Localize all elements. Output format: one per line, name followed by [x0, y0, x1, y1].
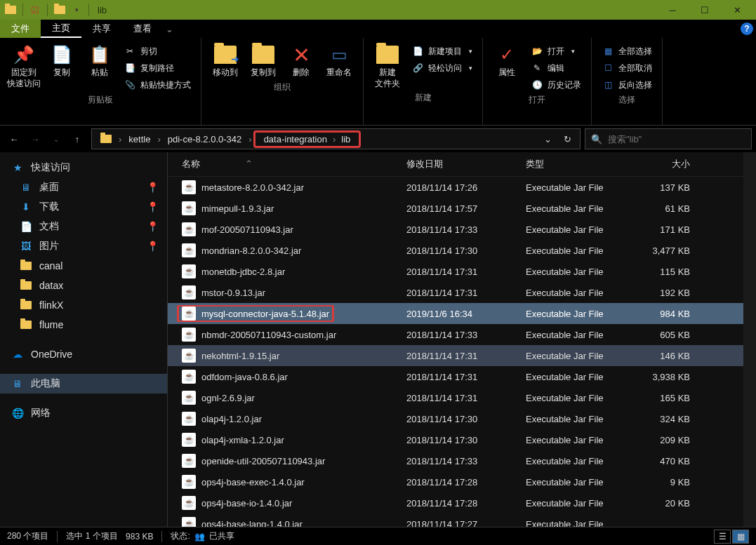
minimize-button[interactable]: ─ — [656, 0, 689, 20]
open-button[interactable]: 📂打开▾ — [526, 43, 585, 59]
file-date: 2018/11/14 17:27 — [401, 518, 520, 527]
move-to-button[interactable]: ➜移动到 — [207, 41, 244, 80]
chevron-right-icon[interactable]: › — [156, 134, 161, 144]
select-none-button[interactable]: ☐全部取消 — [597, 60, 656, 76]
status-state: 已共享 — [209, 530, 234, 542]
jar-icon — [182, 412, 196, 426]
sidebar-item[interactable]: 🖼图片📍 — [0, 236, 167, 256]
file-size — [632, 523, 696, 525]
tab-share[interactable]: 共享 — [81, 20, 122, 38]
address-dropdown[interactable]: ⌄ — [538, 129, 557, 149]
easy-access-button[interactable]: 🔗轻松访问▾ — [407, 60, 477, 76]
file-row[interactable]: nekohtml-1.9.15.jar2018/11/14 17:31Execu… — [168, 345, 743, 366]
breadcrumb[interactable]: kettle — [123, 134, 156, 144]
new-item-button[interactable]: 📄新建项目▾ — [407, 43, 477, 59]
titlebar: ☑ ▾ lib ─ ☐ ✕ — [0, 0, 756, 20]
tab-view[interactable]: 查看 — [122, 20, 163, 38]
properties-icon[interactable]: ☑ — [27, 2, 43, 18]
delete-button[interactable]: ✕删除 — [283, 41, 319, 80]
tab-home[interactable]: 主页 — [41, 20, 81, 38]
pin-to-quick-access-button[interactable]: 📌 固定到 快速访问 — [6, 41, 42, 90]
file-row[interactable]: mysql-connector-java-5.1.48.jar2019/11/6… — [168, 303, 743, 324]
invert-selection-button[interactable]: ◫反向选择 — [597, 77, 656, 93]
sidebar-item[interactable]: datax — [0, 276, 167, 295]
column-header-name[interactable]: 名称 ⌃ — [176, 156, 401, 172]
breadcrumb[interactable]: pdi-ce-8.2.0.0-342 — [162, 134, 248, 144]
cut-button[interactable]: ✂剪切 — [119, 43, 195, 59]
properties-icon: ✓ — [494, 42, 519, 67]
column-header-size[interactable]: 大小 — [632, 156, 696, 172]
file-name: olap4j-xmla-1.2.0.jar — [201, 435, 284, 445]
edit-button[interactable]: ✎编辑 — [526, 60, 585, 76]
copy-to-button[interactable]: 复制到 — [245, 41, 281, 80]
sidebar-network[interactable]: 🌐网络 — [0, 403, 167, 423]
select-all-button[interactable]: ▦全部选择 — [597, 43, 656, 59]
file-row[interactable]: ops4j-base-lang-1.4.0.jar2018/11/14 17:2… — [168, 513, 743, 527]
back-button[interactable]: ← — [4, 129, 24, 149]
file-row[interactable]: metastore-8.2.0.0-342.jar2018/11/14 17:2… — [168, 177, 743, 198]
rename-button[interactable]: ▭重命名 — [321, 41, 357, 80]
breadcrumb[interactable]: lib — [337, 134, 354, 144]
file-row[interactable]: mstor-0.9.13.jar2018/11/14 17:31Executab… — [168, 282, 743, 303]
file-row[interactable]: odfdom-java-0.8.6.jar2018/11/14 17:31Exe… — [168, 366, 743, 387]
people-icon: 👥 — [194, 532, 205, 541]
jar-icon — [182, 370, 196, 384]
file-row[interactable]: mof-200507110943.jar2018/11/14 17:33Exec… — [168, 219, 743, 240]
help-button[interactable]: ? — [738, 20, 756, 38]
file-row[interactable]: monetdb-jdbc-2.8.jar2018/11/14 17:31Exec… — [168, 261, 743, 282]
view-details-button[interactable]: ☰ — [714, 530, 731, 544]
sidebar-this-pc[interactable]: 🖥此电脑 — [0, 374, 167, 393]
search-box[interactable]: 🔍 — [585, 128, 752, 149]
close-button[interactable]: ✕ — [721, 0, 753, 20]
sidebar-item-label: flinkX — [39, 300, 63, 311]
sidebar-item[interactable]: 📄文档📍 — [0, 217, 167, 236]
chevron-right-icon[interactable]: › — [331, 134, 337, 144]
sidebar-item[interactable]: flume — [0, 315, 167, 335]
tab-file[interactable]: 文件 — [0, 20, 41, 38]
sidebar-item[interactable]: canal — [0, 256, 167, 276]
new-folder-button[interactable]: 新建 文件夹 — [369, 41, 406, 90]
copy-path-button[interactable]: 📑复制路径 — [119, 60, 195, 76]
column-header-type[interactable]: 类型 — [520, 156, 632, 172]
folder-icon[interactable] — [52, 2, 67, 18]
edit-icon: ✎ — [531, 62, 543, 74]
file-row[interactable]: olap4j-xmla-1.2.0.jar2018/11/14 17:30Exe… — [168, 429, 743, 450]
ribbon-group-new: 新建 文件夹 📄新建项目▾ 🔗轻松访问▾ 新建 — [364, 38, 483, 125]
file-row[interactable]: openide-util-200507110943.jar2018/11/14 … — [168, 450, 743, 471]
file-row[interactable]: ognl-2.6.9.jar2018/11/14 17:31Executable… — [168, 387, 743, 408]
collapse-ribbon-icon[interactable]: ⌄ — [163, 20, 175, 38]
chevron-right-icon[interactable]: › — [117, 134, 123, 144]
history-button[interactable]: 🕓历史记录 — [526, 77, 585, 93]
column-header-date[interactable]: 修改日期 — [401, 156, 520, 172]
search-input[interactable] — [608, 134, 745, 144]
sidebar-onedrive[interactable]: ☁OneDrive — [0, 344, 167, 364]
file-date: 2018/11/14 17:33 — [401, 328, 520, 342]
properties-button[interactable]: ✓属性 — [489, 41, 525, 80]
forward-button[interactable]: → — [25, 129, 45, 149]
file-row[interactable]: mondrian-8.2.0.0-342.jar2018/11/14 17:30… — [168, 240, 743, 261]
qat-dropdown-icon[interactable]: ▾ — [69, 2, 84, 18]
paste-button[interactable]: 📋 粘贴 — [81, 41, 118, 80]
sidebar-quick-access[interactable]: ★快速访问 — [0, 158, 167, 177]
copy-button[interactable]: 📄 复制 — [44, 41, 80, 80]
chevron-right-icon[interactable]: › — [247, 134, 253, 144]
ribbon-group-clipboard: 📌 固定到 快速访问 📄 复制 📋 粘贴 ✂剪切 📑复制路径 📎粘贴快捷方式 剪… — [0, 38, 201, 125]
sidebar-item[interactable]: flinkX — [0, 295, 167, 315]
sidebar-item[interactable]: ⬇下载📍 — [0, 197, 167, 217]
file-row[interactable]: ops4j-base-io-1.4.0.jar2018/11/14 17:28E… — [168, 492, 743, 513]
recent-dropdown[interactable]: ⌄ — [46, 129, 66, 149]
sidebar-item[interactable]: 🖥桌面📍 — [0, 177, 167, 197]
refresh-button[interactable]: ↻ — [557, 129, 577, 149]
ribbon: 📌 固定到 快速访问 📄 复制 📋 粘贴 ✂剪切 📑复制路径 📎粘贴快捷方式 剪… — [0, 38, 756, 126]
scrollbar[interactable] — [743, 152, 756, 527]
view-icons-button[interactable]: ▦ — [732, 530, 749, 544]
address-bar[interactable]: › kettle › pdi-ce-8.2.0.0-342 › data-int… — [91, 128, 581, 149]
file-row[interactable]: ops4j-base-exec-1.4.0.jar2018/11/14 17:2… — [168, 471, 743, 492]
paste-shortcut-button[interactable]: 📎粘贴快捷方式 — [119, 77, 195, 93]
file-row[interactable]: olap4j-1.2.0.jar2018/11/14 17:30Executab… — [168, 408, 743, 429]
file-row[interactable]: nbmdr-200507110943-custom.jar2018/11/14 … — [168, 324, 743, 345]
maximize-button[interactable]: ☐ — [689, 0, 721, 20]
up-button[interactable]: ↑ — [67, 129, 87, 149]
file-row[interactable]: mimepull-1.9.3.jar2018/11/14 17:57Execut… — [168, 198, 743, 219]
breadcrumb[interactable]: data-integration — [260, 134, 331, 144]
